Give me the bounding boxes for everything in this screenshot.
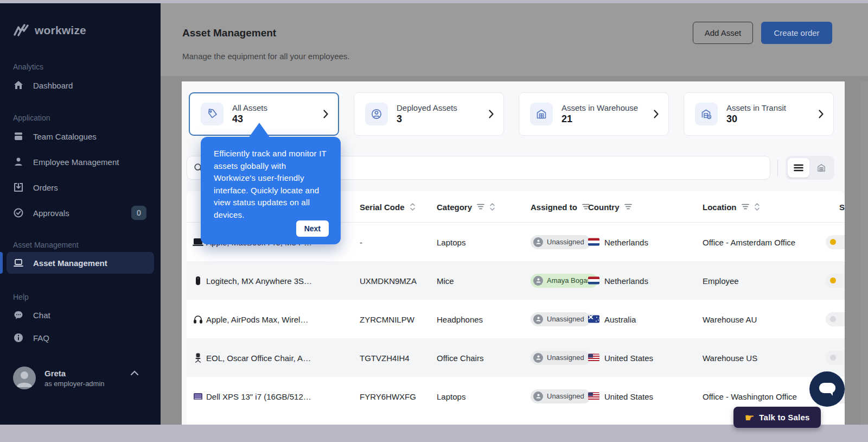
sort-icon[interactable]: [410, 202, 416, 211]
column-header-country: Country: [588, 202, 632, 211]
warehouse-icon: [530, 103, 553, 125]
divider: [777, 160, 778, 176]
country-flag: [588, 354, 599, 362]
asset-thumbnail-mouse: [191, 276, 205, 286]
sidebar-item-label: Team Catalogues: [33, 132, 97, 141]
status-badge: [826, 235, 845, 249]
sidebar-item-asset-management[interactable]: Asset Management: [7, 252, 154, 274]
filter-icon[interactable]: [624, 204, 632, 210]
sidebar-item-faq[interactable]: FAQ: [7, 329, 154, 347]
tour-tooltip: Efficiently track and monitor IT assets …: [201, 137, 341, 244]
stat-label: All Assets: [232, 103, 267, 112]
sidebar-item-approvals[interactable]: Approvals 0: [7, 204, 154, 222]
sort-icon[interactable]: [489, 202, 495, 211]
tour-tooltip-text: Efficiently track and monitor IT assets …: [214, 148, 328, 221]
pointing-hand-icon: ☛: [744, 412, 754, 423]
country-flag: [588, 315, 599, 323]
warehouse-view-button[interactable]: [810, 158, 832, 178]
chat-widget-icon: [818, 381, 837, 397]
chat-widget-button[interactable]: [809, 371, 845, 407]
chat-bubble-icon: [13, 310, 24, 320]
sidebar: workwize Analytics Dashboard Application…: [0, 3, 161, 425]
stat-value: 21: [561, 113, 638, 125]
serial-code: TGTVZH4IH4: [360, 353, 410, 362]
column-header-status: Status: [839, 202, 845, 211]
chevron-right-icon: [654, 110, 659, 118]
category: Laptops: [437, 237, 465, 247]
status-badge: [826, 274, 845, 288]
logo-text: workwize: [35, 24, 86, 37]
sidebar-item-employee-management[interactable]: Employee Management: [7, 153, 154, 171]
sidebar-item-label: Chat: [33, 311, 50, 320]
list-view-button[interactable]: [788, 158, 809, 178]
create-order-button[interactable]: Create order: [761, 22, 832, 44]
sidebar-item-chat[interactable]: Chat: [7, 306, 154, 324]
home-icon: [13, 80, 24, 91]
stat-label: Deployed Assets: [397, 103, 457, 112]
table-row[interactable]: EOL, Oscar Office Chair, A… TGTVZH4IH4 O…: [187, 338, 845, 377]
asset-name: Apple, AirPods Max, Wirel…: [206, 314, 342, 324]
sidebar-item-label: Orders: [33, 183, 58, 192]
scrollbar[interactable]: [860, 81, 868, 425]
chevron-right-icon: [819, 110, 824, 118]
stat-label: Assets in Transit: [726, 103, 786, 112]
sidebar-item-dashboard[interactable]: Dashboard: [7, 76, 154, 94]
sidebar-item-orders[interactable]: Orders: [7, 178, 154, 197]
category: Laptops: [437, 392, 465, 401]
asset-name: Dell XPS 13" i7 (16GB/512…: [206, 392, 342, 401]
stat-label: Assets in Warehouse: [561, 103, 638, 112]
stat-card-deployed-assets[interactable]: Deployed Assets 3: [354, 92, 504, 136]
user-name: Greta: [44, 369, 105, 378]
assigned-badge: Unassigned: [531, 312, 591, 326]
section-help: Help: [13, 293, 29, 301]
stat-card-assets-in-warehouse[interactable]: Assets in Warehouse 21: [519, 92, 669, 136]
column-header-assigned-to: Assigned to: [531, 202, 590, 211]
section-application: Application: [13, 113, 50, 122]
talk-to-sales-button[interactable]: ☛ Talk to Sales: [733, 407, 821, 428]
status-badge: [826, 312, 845, 326]
table-row[interactable]: Logitech, MX Anywhere 3S… UXMDKN9MZA Mic…: [187, 261, 845, 300]
asset-name: Logitech, MX Anywhere 3S…: [206, 276, 342, 285]
filter-icon[interactable]: [742, 204, 749, 210]
catalog-icon: [13, 131, 24, 142]
approvals-count-badge: 0: [131, 206, 146, 220]
category: Office Chairs: [437, 353, 483, 362]
stat-card-assets-in-transit[interactable]: Assets in Transit 30: [684, 92, 834, 136]
asset-thumbnail-laptop-photo: [191, 393, 205, 400]
section-analytics: Analytics: [13, 62, 43, 71]
page-subtitle: Manage the equipment for all your employ…: [182, 52, 350, 61]
table-row[interactable]: Apple, AirPods Max, Wirel… ZYRCMNILPW He…: [187, 300, 845, 338]
person-icon: [533, 276, 543, 286]
avatar: [13, 367, 36, 389]
sidebar-item-team-catalogues[interactable]: Team Catalogues: [7, 127, 154, 146]
add-asset-button[interactable]: Add Asset: [693, 22, 753, 44]
user-menu[interactable]: Greta as employer-admin: [13, 363, 148, 393]
warehouse-clock-icon: [695, 103, 718, 125]
category: Mice: [437, 276, 454, 285]
person-icon: [533, 353, 543, 363]
sidebar-item-label: Asset Management: [33, 258, 107, 268]
next-button[interactable]: Next: [296, 220, 329, 237]
assigned-badge: Unassigned: [531, 235, 591, 249]
sort-icon[interactable]: [754, 202, 760, 211]
sidebar-item-label: Dashboard: [33, 81, 73, 90]
person-icon: [533, 237, 543, 247]
tag-icon: [201, 103, 224, 125]
user-icon: [13, 156, 24, 167]
column-header-location: Location: [703, 202, 760, 211]
user-role: as employer-admin: [44, 380, 105, 388]
active-indicator: [0, 252, 3, 274]
country-flag: [588, 393, 599, 400]
laptop-icon: [13, 257, 24, 268]
location: Office - Amsterdam Office: [703, 237, 835, 247]
filter-icon[interactable]: [477, 204, 484, 210]
workwize-logo: workwize: [13, 24, 86, 37]
country-name: United States: [604, 353, 653, 362]
orders-icon: [13, 182, 24, 193]
chevron-up-icon: [130, 370, 139, 376]
person-icon: [533, 314, 543, 324]
serial-code: FYRY6HWXFG: [360, 392, 416, 401]
asset-thumbnail-headphones: [191, 314, 205, 324]
serial-code: ZYRCMNILPW: [360, 314, 414, 324]
country-name: United States: [604, 392, 653, 401]
